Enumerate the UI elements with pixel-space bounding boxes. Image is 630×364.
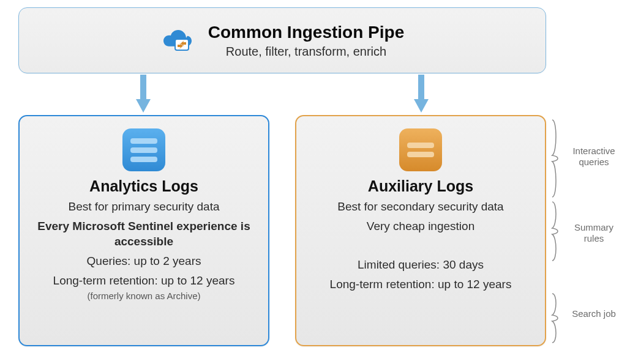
brace-icon [551,292,561,344]
arrow-to-analytics [136,75,151,116]
analytics-line-queries: Queries: up to 2 years [33,253,255,269]
ingestion-pipe-box: Common Ingestion Pipe Route, filter, tra… [18,7,546,73]
analytics-line-primary: Best for primary security data [33,199,255,215]
ingestion-pipe-title: Common Ingestion Pipe [208,23,404,42]
auxiliary-line-cheap: Very cheap ingestion [310,218,531,234]
brace-icon [551,119,561,198]
cloud-route-icon [160,24,195,56]
analytics-line-retention: Long-term retention: up to 12 years [33,273,255,289]
analytics-logs-card: Analytics Logs Best for primary security… [18,115,269,346]
auxiliary-line-retention: Long-term retention: up to 12 years [310,277,531,292]
annotation-search-job: Search job [564,308,623,319]
ingestion-pipe-subtitle: Route, filter, transform, enrich [208,45,404,59]
diagram-root: Common Ingestion Pipe Route, filter, tra… [0,0,630,364]
analytics-line-sentinel: Every Microsoft Sentinel experience is a… [33,218,255,250]
annotation-summary-rules: Summary rules [564,222,623,244]
brace-icon [551,201,561,262]
auxiliary-logs-icon [399,128,442,171]
svg-rect-0 [175,39,189,50]
auxiliary-logs-title: Auxiliary Logs [310,177,531,195]
auxiliary-line-queries: Limited queries: 30 days [310,257,531,273]
annotation-interactive-queries: Interactive queries [564,146,623,168]
analytics-logs-icon [122,128,165,171]
analytics-line-retention-sub: (formerly known as Archive) [33,291,255,301]
side-annotations: Interactive queries Summary rules Search… [551,115,624,346]
auxiliary-logs-card: Auxiliary Logs Best for secondary securi… [295,115,546,346]
ingestion-pipe-text: Common Ingestion Pipe Route, filter, tra… [208,23,404,59]
auxiliary-line-secondary: Best for secondary security data [310,199,531,215]
arrow-to-auxiliary [414,75,429,116]
analytics-logs-title: Analytics Logs [33,177,255,195]
